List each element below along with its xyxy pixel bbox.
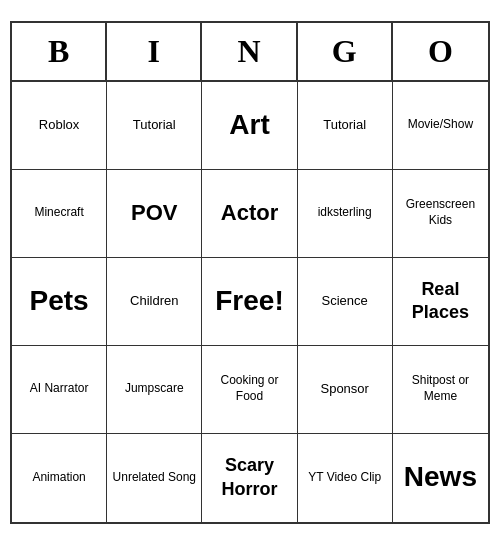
- bingo-cell[interactable]: Minecraft: [12, 170, 107, 258]
- cell-label: News: [404, 459, 477, 495]
- cell-label: Greenscreen Kids: [397, 197, 484, 228]
- bingo-cell[interactable]: Science: [298, 258, 393, 346]
- header-letter: N: [202, 23, 297, 80]
- cell-label: Science: [322, 293, 368, 310]
- cell-label: Tutorial: [133, 117, 176, 134]
- bingo-cell[interactable]: News: [393, 434, 488, 522]
- bingo-cell[interactable]: Art: [202, 82, 297, 170]
- bingo-cell[interactable]: Animation: [12, 434, 107, 522]
- cell-label: Art: [229, 107, 269, 143]
- cell-label: idksterling: [318, 205, 372, 221]
- cell-label: Tutorial: [323, 117, 366, 134]
- cell-label: Unrelated Song: [113, 470, 196, 486]
- cell-label: Actor: [221, 199, 278, 228]
- bingo-cell[interactable]: Jumpscare: [107, 346, 202, 434]
- bingo-cell[interactable]: Children: [107, 258, 202, 346]
- header-letter: B: [12, 23, 107, 80]
- cell-label: Children: [130, 293, 178, 310]
- cell-label: Pets: [30, 283, 89, 319]
- bingo-cell[interactable]: Pets: [12, 258, 107, 346]
- bingo-card: BINGO RobloxTutorialArtTutorialMovie/Sho…: [10, 21, 490, 524]
- bingo-cell[interactable]: Tutorial: [107, 82, 202, 170]
- bingo-cell[interactable]: Real Places: [393, 258, 488, 346]
- cell-label: Scary Horror: [206, 454, 292, 501]
- cell-label: Sponsor: [320, 381, 368, 398]
- cell-label: Cooking or Food: [206, 373, 292, 404]
- cell-label: AI Narrator: [30, 381, 89, 397]
- cell-label: Animation: [32, 470, 85, 486]
- bingo-cell[interactable]: YT Video Clip: [298, 434, 393, 522]
- header-letter: G: [298, 23, 393, 80]
- cell-label: Real Places: [397, 278, 484, 325]
- cell-label: Free!: [215, 283, 283, 319]
- cell-label: POV: [131, 199, 177, 228]
- cell-label: YT Video Clip: [308, 470, 381, 486]
- bingo-cell[interactable]: Shitpost or Meme: [393, 346, 488, 434]
- bingo-cell[interactable]: Tutorial: [298, 82, 393, 170]
- bingo-cell[interactable]: Roblox: [12, 82, 107, 170]
- cell-label: Movie/Show: [408, 117, 473, 133]
- bingo-cell[interactable]: Free!: [202, 258, 297, 346]
- bingo-cell[interactable]: Greenscreen Kids: [393, 170, 488, 258]
- bingo-cell[interactable]: Scary Horror: [202, 434, 297, 522]
- bingo-cell[interactable]: POV: [107, 170, 202, 258]
- cell-label: Jumpscare: [125, 381, 184, 397]
- bingo-cell[interactable]: Unrelated Song: [107, 434, 202, 522]
- bingo-header: BINGO: [12, 23, 488, 82]
- cell-label: Shitpost or Meme: [397, 373, 484, 404]
- header-letter: I: [107, 23, 202, 80]
- header-letter: O: [393, 23, 488, 80]
- cell-label: Minecraft: [34, 205, 83, 221]
- bingo-cell[interactable]: Actor: [202, 170, 297, 258]
- cell-label: Roblox: [39, 117, 79, 134]
- bingo-cell[interactable]: AI Narrator: [12, 346, 107, 434]
- bingo-cell[interactable]: Sponsor: [298, 346, 393, 434]
- bingo-cell[interactable]: Movie/Show: [393, 82, 488, 170]
- bingo-grid: RobloxTutorialArtTutorialMovie/ShowMinec…: [12, 82, 488, 522]
- bingo-cell[interactable]: idksterling: [298, 170, 393, 258]
- bingo-cell[interactable]: Cooking or Food: [202, 346, 297, 434]
